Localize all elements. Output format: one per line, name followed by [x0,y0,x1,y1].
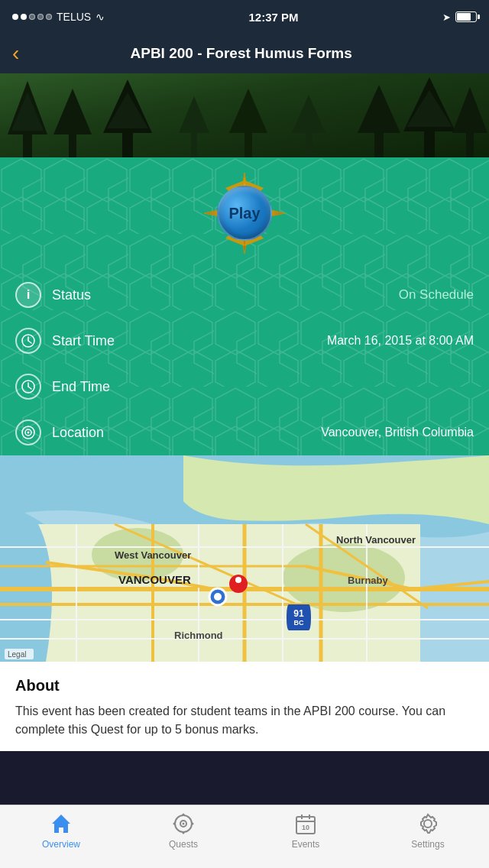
location-row: Location Vancouver, British Columbia [0,410,489,455]
status-left: TELUS ∿ [12,11,105,23]
svg-point-73 [214,593,222,601]
compass-icon [171,811,196,836]
signal-dot-1 [12,14,18,20]
signal-dot-3 [29,14,35,20]
map-svg: West Vancouver VANCOUVER North Vancouver… [0,455,489,662]
map-section[interactable]: West Vancouver VANCOUVER North Vancouver… [0,455,489,662]
svg-point-79 [183,814,185,816]
location-label: Location [52,425,321,441]
status-label: Status [52,287,399,303]
tab-settings[interactable]: Settings [367,811,489,850]
wifi-icon: ∿ [96,11,105,23]
tab-bar: Overview Quests 10 [0,805,489,868]
battery-icon [455,11,477,22]
about-title: About [15,677,474,695]
svg-point-78 [183,823,185,825]
settings-icon [416,811,440,836]
page-title: APBI 200 - Forest Humus Forms [28,45,454,62]
signal-dot-2 [21,14,27,20]
target-icon [21,425,36,440]
tab-events[interactable]: 10 Events [244,811,367,850]
about-text: This event has been created for student … [15,702,474,739]
svg-text:North Vancouver: North Vancouver [336,534,416,546]
location-icon-circle [15,419,41,445]
overview-icon [49,811,73,836]
home-icon [49,811,73,836]
signal-dot-5 [46,14,52,20]
start-time-value: March 16, 2015 at 8:00 AM [327,334,474,348]
svg-point-88 [424,820,432,828]
tab-settings-label: Settings [411,839,444,850]
signal-dot-4 [37,14,44,20]
tab-overview-label: Overview [42,839,80,850]
events-icon: 10 [293,811,318,836]
svg-point-71 [235,577,241,583]
back-button[interactable]: ‹ [12,43,19,64]
play-button-container: Play [0,157,489,272]
svg-text:Richmond: Richmond [174,630,223,641]
calendar-icon: 10 [293,811,318,836]
svg-text:91: 91 [293,608,304,619]
carrier-label: TELUS [57,11,91,23]
location-icon: ➤ [442,11,451,23]
tab-events-label: Events [292,839,320,850]
svg-text:VANCOUVER: VANCOUVER [118,573,191,586]
hero-image [0,73,489,157]
status-time: 12:37 PM [249,11,299,24]
end-time-row: End Time [0,364,489,410]
tab-quests[interactable]: Quests [122,811,244,850]
svg-text:BC: BC [294,619,304,627]
start-time-row: Start Time March 16, 2015 at 8:00 AM [0,318,489,364]
status-bar: TELUS ∿ 12:37 PM ➤ [0,0,489,34]
quests-icon [171,811,196,836]
clock-icon-2 [21,379,36,394]
status-icon: i [15,282,41,308]
forest-silhouette [0,73,489,157]
location-value: Vancouver, British Columbia [321,426,474,439]
play-label[interactable]: Play [217,186,272,241]
about-section: About This event has been created for st… [0,662,489,751]
svg-line-34 [28,387,31,389]
end-time-label: End Time [52,379,474,395]
svg-line-31 [28,341,31,343]
info-section: Play i Status On Schedule Start Time Mar… [0,157,489,455]
svg-point-82 [192,823,194,825]
battery-fill [457,13,471,21]
end-time-icon [15,374,41,400]
svg-text:10: 10 [302,824,309,831]
status-row: i Status On Schedule [0,272,489,318]
start-time-icon [15,328,41,354]
status-value: On Schedule [399,287,474,303]
tab-overview[interactable]: Overview [0,811,122,850]
tab-quests-label: Quests [169,839,198,850]
start-time-label: Start Time [52,333,327,349]
svg-text:West Vancouver: West Vancouver [115,549,191,561]
gear-icon [416,811,440,836]
status-right: ➤ [442,11,477,23]
svg-point-80 [183,832,185,834]
svg-text:Burnaby: Burnaby [348,575,389,586]
svg-text:Legal: Legal [8,650,26,659]
signal-dots [12,14,52,20]
svg-point-81 [173,823,176,825]
clock-icon [21,333,36,348]
nav-bar: ‹ APBI 200 - Forest Humus Forms [0,34,489,73]
play-button[interactable]: Play [202,171,287,255]
svg-point-37 [28,432,30,434]
